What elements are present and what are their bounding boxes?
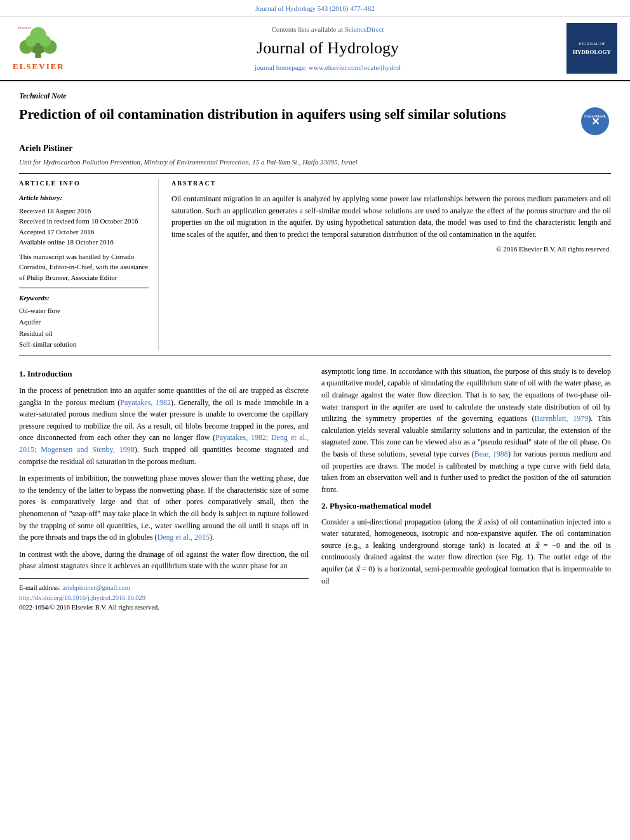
article-title-row: Prediction of oil contamination distribu… [19,105,611,137]
sciencedirect-label: Contents lists available at [271,25,343,33]
section2-para1: Consider a uni-directional propagation (… [321,516,611,587]
ref-deng[interactable]: Deng et al., 2015 [158,533,210,542]
main-col-left: 1. Introduction In the process of penetr… [19,366,309,613]
main-content: 1. Introduction In the process of penetr… [19,366,611,613]
handled-by-text: This manuscript was handled by Corrado C… [19,251,149,283]
keyword-1: Oil-water flow [19,305,149,317]
journal-ref-bar: Journal of Hydrology 543 (2016) 477–482 [0,0,630,17]
author-name: Arieh Pistiner [19,142,611,155]
ref-barenblatt[interactable]: Barenblatt, 1979 [535,414,589,423]
accepted-text: Accepted 17 October 2016 [19,227,149,237]
article-body: Technical Note Prediction of oil contami… [0,81,630,622]
section1-right-para1: asymptotic long time. In accordance with… [321,366,611,496]
received-text: Received 18 August 2016 [19,206,149,217]
section1-para1: In the process of penetration into an aq… [19,385,309,467]
journal-logo-box: JOURNAL OF HYDROLOGY [566,23,617,74]
article-title: Prediction of oil contamination distribu… [19,105,579,124]
abstract-text: Oil contaminant migration in an aquifer … [171,193,611,240]
journal-title: Journal of Hydrology [89,37,566,60]
sciencedirect-link[interactable]: ScienceDirect [345,25,384,33]
article-info-abstract-section: ARTICLE INFO Article history: Received 1… [19,179,611,350]
elsevier-logo: Elsevier ELSEVIER [13,25,89,72]
section2-heading: 2. Physico-mathematical model [321,500,611,512]
journal-ref-text: Journal of Hydrology 543 (2016) 477–482 [255,4,374,12]
logo-top-text: JOURNAL OF [579,41,605,48]
email-label: E-mail address: [19,584,61,591]
divider-2 [19,356,611,356]
section1-para3: In contrast with the above, during the d… [19,549,309,572]
header-area: Elsevier ELSEVIER Contents lists availab… [0,17,630,81]
article-info-heading: ARTICLE INFO [19,179,149,188]
abstract-heading: ABSTRACT [171,179,611,188]
footnote-issn: 0022-1694/© 2016 Elsevier B.V. All right… [19,603,309,613]
divider-1 [19,173,611,174]
journal-homepage: journal homepage: www.elsevier.com/locat… [89,63,566,72]
crossmark-icon: ✕ CrossMark [581,107,609,135]
sciencedirect-line: Contents lists available at ScienceDirec… [89,25,566,34]
logo-title-text: HYDROLOGY [573,49,611,56]
technical-note-label: Technical Note [19,91,611,102]
history-label: Article history: [19,193,149,203]
available-text: Available online 18 October 2016 [19,237,149,248]
header-center: Contents lists available at ScienceDirec… [89,25,566,72]
email-link[interactable]: ariehpistiner@gmail.com [62,584,130,591]
section1-heading: 1. Introduction [19,368,309,380]
svg-point-6 [39,35,51,46]
footnote-doi[interactable]: http://dx.doi.org/10.1016/j.jhydrol.2016… [19,593,309,603]
svg-point-5 [25,35,37,46]
abstract-column: ABSTRACT Oil contaminant migration in an… [171,179,611,350]
crossmark: ✕ CrossMark [579,105,611,137]
author-affiliation: Unit for Hydrocarbon Pollution Preventio… [19,157,611,167]
elsevier-tree-icon: Elsevier [13,25,64,60]
elsevier-text: ELSEVIER [13,61,65,72]
ref-payatakes-1[interactable]: Payatakes, 1982 [120,398,171,407]
section1-para2: In experiments of imbibition, the nonwet… [19,472,309,543]
ref-payatakes-2[interactable]: Payatakes, 1982; Deng et al., 2015; Moge… [19,433,309,454]
page: Journal of Hydrology 543 (2016) 477–482 … [0,0,630,840]
received-revised-text: Received in revised form 10 October 2016 [19,216,149,227]
main-col-right: asymptotic long time. In accordance with… [321,366,611,613]
copyright-text: © 2016 Elsevier B.V. All rights reserved… [171,244,611,254]
keyword-2: Aquifer [19,317,149,328]
footnote-email: E-mail address: ariehpistiner@gmail.com [19,583,309,593]
svg-text:CrossMark: CrossMark [584,114,606,119]
keyword-4: Self-similar solution [19,339,149,350]
footnote-area: E-mail address: ariehpistiner@gmail.com … [19,578,309,613]
keywords-label: Keywords: [19,293,149,303]
svg-text:Elsevier: Elsevier [17,25,31,30]
divider-left [19,288,149,288]
ref-bear[interactable]: Bear, 1988 [474,450,508,458]
keyword-3: Residual oil [19,328,149,340]
article-info-column: ARTICLE INFO Article history: Received 1… [19,179,159,350]
